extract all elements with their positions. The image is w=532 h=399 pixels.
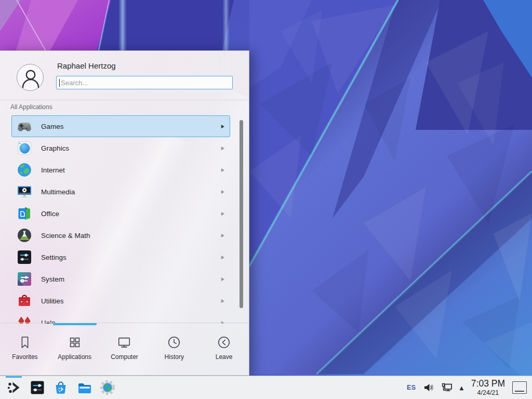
system-icon [16,271,33,287]
category-label: Multimedia [41,188,221,196]
user-name: Raphael Hertzog [57,61,116,70]
multimedia-icon [16,183,33,200]
submenu-arrow-icon: ▶ [221,124,224,129]
category-label: Science & Math [41,232,221,240]
show-desktop-button[interactable] [512,381,527,394]
category-graphics[interactable]: Graphics ▶ [11,137,230,159]
text-cursor [59,79,60,87]
discover-button[interactable] [49,376,72,399]
submenu-arrow-icon: ▶ [221,189,224,194]
clock-icon [167,335,181,350]
search-input[interactable]: Search... [56,76,233,89]
category-internet[interactable]: Internet ▶ [11,159,230,181]
tab-label: History [165,353,184,361]
kickoff-icon [6,380,22,395]
category-science-math[interactable]: Science & Math ▶ [11,224,230,246]
user-icon [17,64,44,91]
category-label: Utilities [41,297,221,305]
volume-tray-button[interactable] [423,382,434,393]
system-settings-button[interactable] [25,376,49,399]
settings-icon [16,249,33,265]
category-label: Internet [41,166,221,174]
submenu-arrow-icon: ▶ [221,145,224,151]
launcher-footer-tabs: Favorites Applications Compute [0,323,249,375]
digital-clock[interactable]: 7:03 PM 4/24/21 [471,379,505,396]
bookmark-icon [18,335,32,350]
category-help[interactable]: Help ▶ [11,312,230,324]
active-launcher-indicator [6,376,22,378]
submenu-arrow-icon: ▶ [221,298,224,303]
submenu-arrow-icon: ▶ [221,167,224,172]
taskbar-launchers [0,376,119,399]
tab-label: Favorites [12,353,37,361]
dolphin-file-manager-button[interactable] [72,376,96,399]
tab-label: Leave [216,353,233,361]
category-multimedia[interactable]: Multimedia ▶ [11,181,230,203]
clock-date: 4/24/21 [477,390,499,396]
konqueror-browser-button[interactable] [96,376,119,399]
section-label: All Applications [10,103,52,111]
games-icon [16,118,33,135]
tab-favorites[interactable]: Favorites [0,323,50,375]
category-label: System [41,275,221,283]
tab-label: Computer [111,353,138,361]
wired-network-icon [441,382,453,393]
user-avatar[interactable] [17,64,44,91]
category-list: Games ▶ Graphics ▶ [0,114,249,324]
globe-gear-icon [100,380,115,395]
keyboard-layout-indicator[interactable]: ES [407,384,416,391]
leave-icon [217,335,231,350]
tab-label: Applications [58,353,91,361]
category-office[interactable]: Office ▶ [11,203,230,224]
category-system[interactable]: System ▶ [11,268,230,290]
network-tray-button[interactable] [441,382,453,393]
search-placeholder: Search... [61,79,88,87]
office-icon [16,205,33,222]
category-label: Office [41,210,221,218]
category-games[interactable]: Games ▶ [11,115,230,137]
internet-icon [16,162,33,178]
submenu-arrow-icon: ▶ [221,276,224,282]
tab-history[interactable]: History [149,323,199,375]
folder-icon [76,380,92,395]
submenu-arrow-icon: ▶ [221,255,224,260]
clock-time: 7:03 PM [471,379,505,389]
desktop: Raphael Hertzog Search... All Applicatio… [0,0,532,399]
launcher-header: Raphael Hertzog Search... [0,51,249,100]
category-label: Graphics [41,144,221,152]
system-tray: ES ▲ 7:03 PM 4/24/2 [403,376,532,399]
category-utilities[interactable]: Utilities ▶ [11,290,230,312]
submenu-arrow-icon: ▶ [221,211,224,216]
utilities-icon [16,292,33,309]
volume-icon [423,382,434,393]
grid-icon [68,335,82,350]
submenu-arrow-icon: ▶ [221,233,224,238]
scrollbar[interactable] [240,120,243,308]
tab-leave[interactable]: Leave [199,323,249,375]
category-label: Games [41,123,221,130]
graphics-icon [16,140,33,156]
taskbar-panel: ES ▲ 7:03 PM 4/24/2 [0,376,532,399]
science-icon [16,227,33,244]
system-settings-icon [30,380,45,395]
category-label: Settings [41,254,221,261]
application-launcher-button[interactable] [2,376,25,399]
tab-applications[interactable]: Applications [50,323,100,375]
monitor-icon [117,335,131,350]
tray-expander-button[interactable]: ▲ [460,385,464,391]
tab-computer[interactable]: Computer [100,323,150,375]
discover-icon [53,380,69,395]
category-settings[interactable]: Settings ▶ [11,246,230,268]
application-launcher-popup: Raphael Hertzog Search... All Applicatio… [0,50,249,376]
active-tab-indicator [53,323,97,325]
